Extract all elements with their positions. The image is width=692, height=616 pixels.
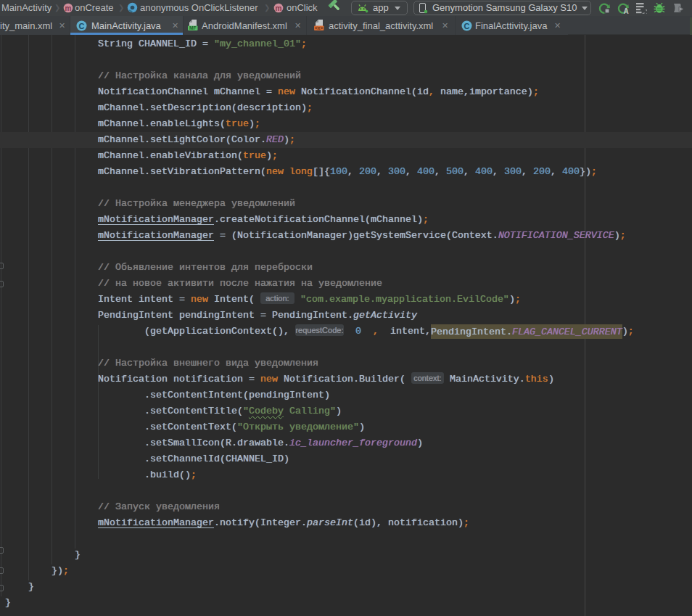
svg-text:m: m <box>276 4 282 12</box>
svg-text:<x>: <x> <box>315 25 323 30</box>
svg-text:MF: MF <box>189 25 196 30</box>
svg-text:C: C <box>79 22 85 30</box>
svg-text:A: A <box>623 7 628 14</box>
svg-text:C: C <box>464 22 470 30</box>
svg-text:m: m <box>65 4 72 12</box>
